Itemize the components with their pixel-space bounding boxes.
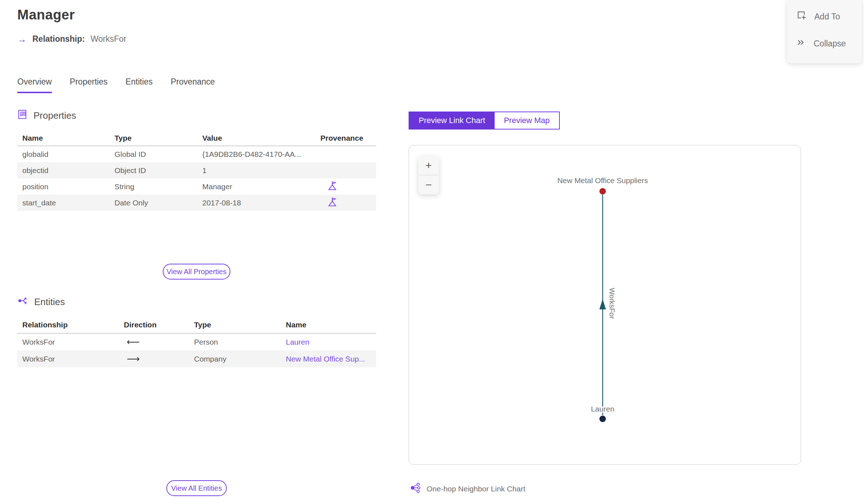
collapse-label: Collapse <box>814 39 846 49</box>
table-row: position String Manager <box>17 178 376 195</box>
provenance-flag-icon[interactable] <box>327 180 338 193</box>
property-name: objectid <box>17 166 109 175</box>
property-type: String <box>109 182 197 191</box>
double-chevron-right-icon <box>796 37 806 50</box>
provenance-flag-icon[interactable] <box>327 196 338 209</box>
add-to-label: Add To <box>814 12 840 22</box>
column-header-provenance: Provenance <box>315 134 376 142</box>
entities-section-heading: Entities <box>17 295 65 309</box>
entity-relationship: WorksFor <box>17 338 119 346</box>
properties-heading-label: Properties <box>33 110 76 121</box>
column-header-type: Type <box>109 134 197 142</box>
relationship-label: Relationship: <box>32 34 85 44</box>
chart-caption: One-hop Neighbor Link Chart <box>410 482 525 495</box>
direction-left-arrow-icon: ⟵ <box>119 337 189 347</box>
property-provenance <box>315 180 376 193</box>
add-to-icon <box>796 10 807 23</box>
property-name: position <box>17 182 109 191</box>
property-name: globalid <box>17 150 109 159</box>
zoom-in-button[interactable]: + <box>418 156 439 175</box>
tab-entities[interactable]: Entities <box>126 77 153 93</box>
page-title: Manager <box>17 7 75 23</box>
property-value: {1A9DB2B6-D482-4170-AA... <box>197 150 315 159</box>
collapse-button[interactable]: Collapse <box>787 32 862 55</box>
direction-right-arrow-icon: ⟶ <box>119 354 189 364</box>
table-row: objectid Object ID 1 <box>17 162 376 178</box>
entities-heading-label: Entities <box>34 296 65 308</box>
property-type: Object ID <box>109 166 197 175</box>
column-header-type: Type <box>189 321 281 329</box>
preview-map-button[interactable]: Preview Map <box>495 112 559 129</box>
table-row: WorksFor ⟵ Person Lauren <box>17 333 376 350</box>
entity-name-cell: Lauren <box>281 338 376 346</box>
floating-actions-panel: Add To Collapse <box>787 0 862 63</box>
link-chart-canvas[interactable]: WorksFor New Metal Office Suppliers Laur… <box>409 145 801 464</box>
column-header-direction: Direction <box>119 321 189 329</box>
properties-section-heading: Properties <box>17 109 76 122</box>
property-value: 2017-08-18 <box>197 199 315 207</box>
view-all-entities-button[interactable]: View All Entities <box>166 480 227 496</box>
edge-label: WorksFor <box>608 288 616 319</box>
entity-type: Person <box>189 338 281 346</box>
tab-bar: Overview Properties Entities Provenance <box>17 77 215 93</box>
link-chart-preview-panel[interactable]: WorksFor New Metal Office Suppliers Laur… <box>409 145 801 465</box>
preview-toggle: Preview Link Chart Preview Map <box>409 112 560 130</box>
one-hop-neighbor-icon <box>410 482 421 495</box>
table-row: WorksFor ⟶ Company New Metal Office Sup.… <box>17 350 376 367</box>
node-dot-person[interactable] <box>599 416 606 422</box>
view-all-properties-button[interactable]: View All Properties <box>163 264 230 280</box>
tab-provenance[interactable]: Provenance <box>171 77 215 93</box>
property-provenance <box>315 196 376 209</box>
column-header-value: Value <box>197 134 315 142</box>
table-row: start_date Date Only 2017-08-18 <box>17 195 376 211</box>
tab-overview[interactable]: Overview <box>17 77 52 93</box>
property-type: Global ID <box>109 150 197 159</box>
column-header-relationship: Relationship <box>17 321 119 329</box>
preview-link-chart-button[interactable]: Preview Link Chart <box>409 112 495 129</box>
property-value: 1 <box>197 166 315 175</box>
entity-link[interactable]: New Metal Office Sup... <box>286 355 365 363</box>
node-dot-company[interactable] <box>599 188 606 195</box>
table-row: globalid Global ID {1A9DB2B6-D482-4170-A… <box>17 146 376 162</box>
properties-table: Name Type Value Provenance globalid Glob… <box>17 130 376 211</box>
relationship-subtitle: → Relationship: WorksFor <box>17 34 126 44</box>
node-label-bottom: Lauren <box>591 405 614 413</box>
entities-table: Relationship Direction Type Name WorksFo… <box>17 317 376 367</box>
properties-icon <box>17 109 28 122</box>
relationship-detail-page: Manager → Relationship: WorksFor Add To <box>0 0 864 504</box>
zoom-control: + − <box>418 156 439 194</box>
property-name: start_date <box>17 199 109 207</box>
property-value: Manager <box>197 182 315 191</box>
entity-relationship: WorksFor <box>17 355 119 363</box>
node-label-top: New Metal Office Suppliers <box>557 176 648 185</box>
zoom-out-button[interactable]: − <box>418 175 439 194</box>
entities-table-header: Relationship Direction Type Name <box>17 317 376 333</box>
entities-icon <box>17 295 29 309</box>
tab-properties[interactable]: Properties <box>70 77 108 93</box>
property-type: Date Only <box>109 199 197 207</box>
chart-caption-label: One-hop Neighbor Link Chart <box>427 485 525 493</box>
column-header-name: Name <box>17 134 109 142</box>
entity-link[interactable]: Lauren <box>286 338 309 346</box>
add-to-button[interactable]: Add To <box>787 5 862 28</box>
edge-arrowhead-icon <box>599 299 606 309</box>
relationship-value: WorksFor <box>91 34 126 44</box>
column-header-name: Name <box>281 321 376 329</box>
properties-table-header: Name Type Value Provenance <box>17 130 376 146</box>
entity-type: Company <box>189 355 281 363</box>
relationship-arrow-icon: → <box>17 35 27 44</box>
entity-name-cell: New Metal Office Sup... <box>281 355 376 363</box>
